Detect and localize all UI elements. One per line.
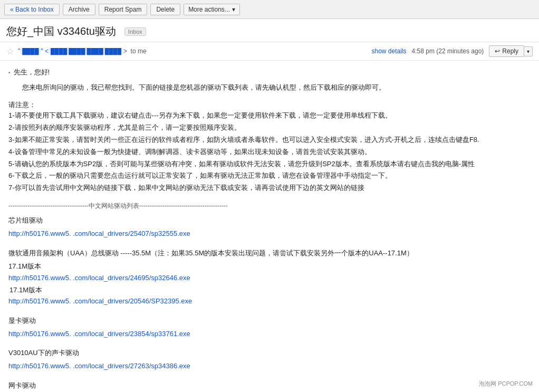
notice-item: 6-下载之后，一般的驱动只需要您点击运行就可以正常安装了，如果有驱动无法正常加载… (8, 170, 531, 181)
notice-item: 4-设备管理中常见的未知设备一般为快捷键、调制解调器、读卡器驱动等，如果出现未知… (8, 147, 531, 158)
email-header: ☆ "████" <████ ████ ████ ████> to me sho… (0, 42, 539, 61)
watermark: 泡泡网 PCPOP.COM (479, 380, 533, 388)
notice-item: 1-请不要使用下载工具下载驱动，建议右键点击---另存为来下载，如果您一定要使用… (8, 110, 531, 121)
notice-item: 5-请确认您的系统版本为SP2版，否则可能与某些驱动有冲突，如果有驱动或软件无法… (8, 159, 531, 170)
more-actions-label: More actions... (188, 6, 230, 13)
notice-title: 请注意： (8, 101, 36, 109)
driver-section: 显卡驱动http://h50176.www5. .com/local_drive… (8, 315, 531, 340)
email-header-right: show details 4:58 pm (22 minutes ago) ↩ … (372, 45, 533, 57)
star-icon[interactable]: ☆ (6, 46, 14, 56)
show-details-link[interactable]: show details (372, 47, 407, 55)
greeting-text: 先生，您好! (14, 68, 50, 76)
email-header-left: ☆ "████" <████ ████ ████ ████> to me (6, 46, 372, 56)
driver-version-note: 17.1M版本 (9, 285, 531, 296)
email-greeting: ▪ 先生，您好! (8, 67, 531, 78)
driver-section-title: V3010AU下的声卡驱动 (8, 348, 531, 359)
email-body: ▪ 先生，您好! 您来电所询问的驱动，我已帮您找到。下面的链接是您机器的驱动下载… (0, 61, 539, 392)
back-to-inbox-button[interactable]: « Back to Inbox (4, 4, 60, 15)
reply-label: Reply (502, 47, 518, 55)
reply-button-group: ↩ Reply ▾ (489, 45, 533, 57)
reply-button[interactable]: ↩ Reply (489, 45, 524, 57)
notice-item: 7-你可以首先尝试用中文网站的链接下载，如果中文网站的驱动无法下载或安装，请再尝… (8, 183, 531, 194)
sender-name: "████" <████ ████ ████ ████> (18, 47, 127, 55)
driver-section-note: 17.1M版本 (8, 261, 531, 272)
reply-dropdown-button[interactable]: ▾ (524, 46, 533, 56)
notice-items: 1-请不要使用下载工具下载驱动，建议右键点击---另存为来下载，如果您一定要使用… (8, 110, 531, 194)
driver-section: 微软通用音频架构（UAA）总线驱动 -----35.5M（注：如果35.5M的版… (8, 248, 531, 307)
subject-row: 您好_中国 v3346tu驱动 Inbox (0, 19, 539, 42)
driver-link[interactable]: http://h50176.www5. .com/local_drivers/2… (8, 296, 531, 307)
email-intro: 您来电所询问的驱动，我已帮您找到。下面的链接是您机器的驱动下载列表，请先确认机型… (8, 82, 531, 93)
driver-section-title: 微软通用音频架构（UAA）总线驱动 -----35.5M（注：如果35.5M的版… (8, 248, 531, 259)
driver-section-title: 网卡驱动 (8, 380, 531, 391)
inbox-badge: Inbox (124, 27, 146, 36)
driver-section: 网卡驱动http://h50176.www5. .com/local_drive… (8, 380, 531, 392)
driver-section-title: 显卡驱动 (8, 315, 531, 327)
driver-link[interactable]: http://h50176.www5. .com/local_drivers/2… (8, 329, 531, 340)
report-spam-button[interactable]: Report Spam (99, 4, 148, 15)
notice-section: 请注意： 1-请不要使用下载工具下载驱动，建议右键点击---另存为来下载，如果您… (8, 100, 531, 194)
email-timestamp: 4:58 pm (22 minutes ago) (412, 47, 484, 55)
driver-link[interactable]: http://h50176.www5. .com/local_drivers/2… (8, 228, 531, 240)
driver-section: V3010AU下的声卡驱动http://h50176.www5. .com/lo… (8, 348, 531, 372)
driver-sections: 芯片组驱动http://h50176.www5. .com/local_driv… (8, 215, 531, 392)
reply-arrow-icon: ↩ (495, 47, 500, 55)
driver-section: 芯片组驱动http://h50176.www5. .com/local_driv… (8, 215, 531, 240)
toolbar: « Back to Inbox Archive Report Spam Dele… (0, 0, 539, 19)
driver-link[interactable]: http://h50176.www5. .com/local_drivers/2… (8, 273, 531, 284)
notice-item: 2-请按照列表的顺序安装驱动程序，尤其是前三个，请一定要按照顺序安装。 (8, 122, 531, 133)
sender-info: "████" <████ ████ ████ ████> to me (18, 47, 147, 55)
notice-item: 3-如果不能正常安装，请暂时关闭一些正在运行的软件或者程序，如防火墙或者杀毒软件… (8, 135, 531, 146)
email-subject: 您好_中国 v3346tu驱动 (6, 24, 116, 39)
chevron-down-icon: ▾ (232, 6, 235, 13)
more-actions-button[interactable]: More actions... ▾ (184, 4, 240, 15)
driver-link[interactable]: http://h50176.www5. .com/local_drivers/2… (8, 361, 531, 372)
archive-button[interactable]: Archive (63, 4, 95, 15)
delete-button[interactable]: Delete (150, 4, 180, 15)
driver-section-title: 芯片组驱动 (8, 215, 531, 226)
divider-line: --------------------------------------中文… (8, 201, 531, 211)
